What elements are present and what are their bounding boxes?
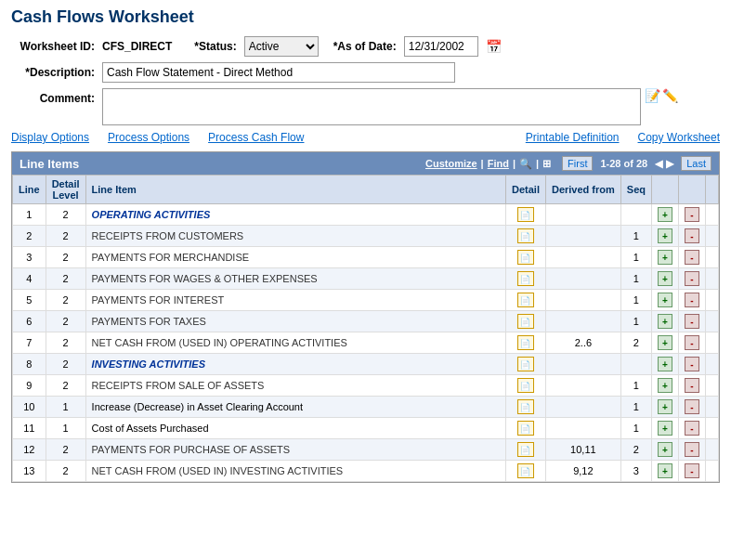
col-detail: Detail <box>505 176 545 204</box>
find-link[interactable]: Find <box>488 158 509 169</box>
detail-icon[interactable]: 📄 <box>517 421 534 436</box>
add-row-btn[interactable]: + <box>658 250 672 265</box>
add-row-btn[interactable]: + <box>658 228 672 243</box>
first-btn[interactable]: First <box>562 156 593 171</box>
table-row: 1 <box>13 204 46 226</box>
calendar-icon[interactable]: 📅 <box>486 39 502 54</box>
table-row: 3 <box>13 247 46 268</box>
table-row: 2 <box>13 226 46 247</box>
detail-icon[interactable]: 📄 <box>517 314 534 329</box>
add-row-btn[interactable]: + <box>658 271 672 286</box>
table-row: 11 <box>13 418 46 439</box>
detail-icon[interactable]: 📄 <box>517 250 534 265</box>
detail-icon[interactable]: 📄 <box>517 335 534 350</box>
add-row-btn[interactable]: + <box>658 399 672 414</box>
add-row-btn[interactable]: + <box>658 293 672 307</box>
copy-worksheet-link[interactable]: Copy Worksheet <box>638 131 720 144</box>
table-row: 9 <box>13 375 46 397</box>
col-derived-from: Derived from <box>545 176 620 204</box>
remove-row-btn[interactable]: - <box>685 314 699 329</box>
add-row-btn[interactable]: + <box>658 314 672 329</box>
detail-icon[interactable]: 📄 <box>517 357 534 371</box>
asof-label: *As of Date: <box>333 40 397 53</box>
col-scroll <box>706 176 719 204</box>
col-line: Line <box>13 176 46 204</box>
comment-textarea[interactable] <box>102 88 641 125</box>
table-row: 8 <box>13 354 46 375</box>
remove-row-btn[interactable]: - <box>685 228 699 243</box>
detail-icon[interactable]: 📄 <box>517 442 534 457</box>
add-row-btn[interactable]: + <box>658 463 672 478</box>
status-label: *Status: <box>194 40 236 53</box>
table-row: 10 <box>13 397 46 418</box>
add-row-btn[interactable]: + <box>658 442 672 457</box>
detail-icon[interactable]: 📄 <box>517 207 534 222</box>
grid-title: Line Items <box>20 157 79 171</box>
col-line-item: Line Item <box>85 176 505 204</box>
customize-link[interactable]: Customize <box>425 158 477 169</box>
page-info: 1-28 of 28 <box>600 158 647 169</box>
remove-row-btn[interactable]: - <box>685 378 699 393</box>
display-options-link[interactable]: Display Options <box>11 131 89 144</box>
remove-row-btn[interactable]: - <box>685 421 699 436</box>
table-row: 4 <box>13 268 46 290</box>
remove-row-btn[interactable]: - <box>685 399 699 414</box>
last-btn[interactable]: Last <box>681 156 711 171</box>
table-row: 13 <box>13 461 46 482</box>
edit-icon[interactable]: ✏️ <box>662 88 678 103</box>
col-remove <box>679 176 706 204</box>
comment-label: Comment: <box>11 88 95 105</box>
next-icon[interactable]: ▶ <box>666 158 673 170</box>
remove-row-btn[interactable]: - <box>685 357 699 371</box>
printable-definition-link[interactable]: Printable Definition <box>526 131 620 144</box>
remove-row-btn[interactable]: - <box>685 271 699 286</box>
add-row-btn[interactable]: + <box>658 207 672 222</box>
detail-icon[interactable]: 📄 <box>517 378 534 393</box>
table-row: 6 <box>13 311 46 332</box>
col-detail-level: DetailLevel <box>46 176 85 204</box>
detail-icon[interactable]: 📄 <box>517 271 534 286</box>
process-options-link[interactable]: Process Options <box>108 131 189 144</box>
detail-icon[interactable]: 📄 <box>517 228 534 243</box>
add-row-btn[interactable]: + <box>658 421 672 436</box>
view-icon[interactable]: 🔍 <box>519 158 532 170</box>
remove-row-btn[interactable]: - <box>685 250 699 265</box>
remove-row-btn[interactable]: - <box>685 293 699 307</box>
worksheet-id-label: Worksheet ID: <box>11 40 95 53</box>
worksheet-id-value: CFS_DIRECT <box>102 40 172 53</box>
line-items-grid: Line Items Customize | Find | 🔍 | ⊞ Firs… <box>11 151 720 483</box>
add-row-btn[interactable]: + <box>658 335 672 350</box>
table-row: 12 <box>13 439 46 461</box>
grid-icon[interactable]: ⊞ <box>542 158 551 170</box>
add-row-btn[interactable]: + <box>658 357 672 371</box>
remove-row-btn[interactable]: - <box>685 442 699 457</box>
description-input[interactable] <box>102 62 455 83</box>
table-row: 7 <box>13 332 46 354</box>
remove-row-btn[interactable]: - <box>685 335 699 350</box>
page-title: Cash Flows Worksheet <box>11 7 720 27</box>
spell-check-icon[interactable]: 📝 <box>645 88 660 103</box>
process-cash-flow-link[interactable]: Process Cash Flow <box>208 131 304 144</box>
detail-icon[interactable]: 📄 <box>517 293 534 307</box>
col-add <box>652 176 679 204</box>
detail-icon[interactable]: 📄 <box>517 463 534 478</box>
remove-row-btn[interactable]: - <box>685 207 699 222</box>
table-row: 5 <box>13 290 46 311</box>
remove-row-btn[interactable]: - <box>685 463 699 478</box>
detail-icon[interactable]: 📄 <box>517 399 534 414</box>
asof-date-input[interactable] <box>404 36 478 57</box>
prev-icon[interactable]: ◀ <box>655 158 662 170</box>
status-select[interactable]: Active Inactive <box>244 36 319 57</box>
col-seq: Seq <box>620 176 651 204</box>
description-label: *Description: <box>11 66 95 79</box>
add-row-btn[interactable]: + <box>658 378 672 393</box>
